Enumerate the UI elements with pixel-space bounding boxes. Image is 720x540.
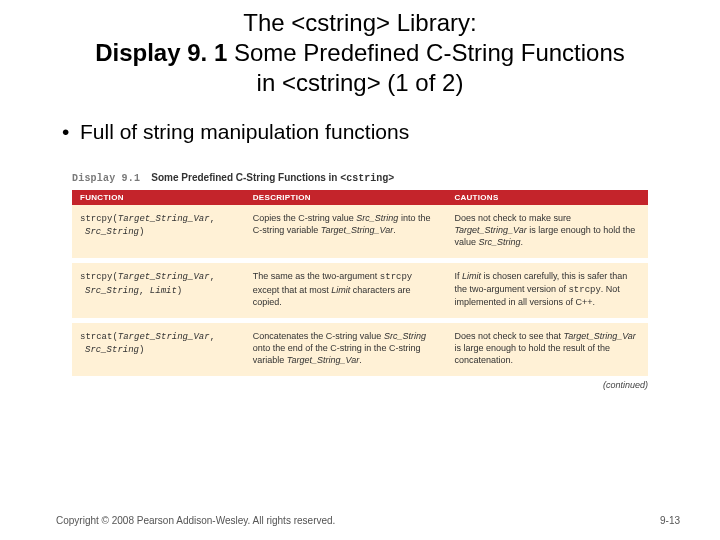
bullet-dot: • xyxy=(62,120,80,144)
func-name: strcat( xyxy=(80,332,118,342)
cell-description: Concatenates the C-string value Src_Stri… xyxy=(245,320,447,376)
desc-mono: strcpy xyxy=(380,272,412,282)
func-sep: , xyxy=(210,272,215,282)
table-header-row: FUNCTION DESCRIPTION CAUTIONS xyxy=(72,190,648,205)
func-sep: , xyxy=(139,286,150,296)
desc-text: except that at most xyxy=(253,285,332,295)
page-number: 9-13 xyxy=(660,515,680,526)
cell-cautions: If Limit is chosen carefully, this is sa… xyxy=(446,261,648,320)
cell-function: strcpy(Target_String_Var, Src_String) xyxy=(72,205,245,261)
caption-number: Display 9.1 xyxy=(72,173,140,184)
footer: Copyright © 2008 Pearson Addison-Wesley.… xyxy=(56,515,680,526)
title-display-number: Display 9. 1 xyxy=(95,39,227,66)
title-line-2-rest: Some Predefined C-String Functions xyxy=(227,39,625,66)
desc-text: The same as the two-argument xyxy=(253,271,380,281)
caut-text: . xyxy=(520,237,523,247)
bullet-list: •Full of string manipulation functions xyxy=(0,102,720,144)
title-line-1: The <cstring> Library: xyxy=(20,8,700,38)
desc-ital: Src_String xyxy=(384,331,426,341)
table-row: strcpy(Target_String_Var, Src_String, Li… xyxy=(72,261,648,320)
func-arg: Src_String xyxy=(85,227,139,237)
figure-caption: Display 9.1 Some Predefined C-String Fun… xyxy=(72,172,648,184)
func-name: strcpy( xyxy=(80,214,118,224)
table-row: strcat(Target_String_Var, Src_String) Co… xyxy=(72,320,648,376)
caut-text: Does not check to see that xyxy=(454,331,563,341)
cell-function: strcpy(Target_String_Var, Src_String, Li… xyxy=(72,261,245,320)
desc-text: . xyxy=(359,355,362,365)
caut-ital: Src_String xyxy=(478,237,520,247)
func-arg: Target_String_Var xyxy=(118,332,210,342)
desc-text: Concatenates the C-string value xyxy=(253,331,384,341)
desc-ital: Src_String xyxy=(356,213,398,223)
slide-title: The <cstring> Library: Display 9. 1 Some… xyxy=(0,0,720,102)
caut-text: Does not check to make sure xyxy=(454,213,571,223)
caut-text: is large enough to hold the result of th… xyxy=(454,343,610,365)
caut-mono: strcpy xyxy=(568,285,600,295)
func-arg: Src_String xyxy=(85,345,139,355)
cell-description: Copies the C-string value Src_String int… xyxy=(245,205,447,261)
caut-text: If xyxy=(454,271,462,281)
caut-ital: Target_String_Var xyxy=(454,225,526,235)
func-arg: Target_String_Var xyxy=(118,214,210,224)
header-cautions: CAUTIONS xyxy=(446,190,648,205)
header-description: DESCRIPTION xyxy=(245,190,447,205)
cell-function: strcat(Target_String_Var, Src_String) xyxy=(72,320,245,376)
cell-description: The same as the two-argument strcpy exce… xyxy=(245,261,447,320)
title-line-2: Display 9. 1 Some Predefined C-String Fu… xyxy=(20,38,700,68)
cell-cautions: Does not check to see that Target_String… xyxy=(446,320,648,376)
functions-table: FUNCTION DESCRIPTION CAUTIONS strcpy(Tar… xyxy=(72,190,648,376)
func-sep: , xyxy=(210,332,215,342)
caption-title: Some Predefined C-String Functions in xyxy=(151,172,340,183)
func-sep: , xyxy=(210,214,215,224)
func-close: ) xyxy=(177,286,182,296)
func-arg: Src_String xyxy=(85,286,139,296)
header-function: FUNCTION xyxy=(72,190,245,205)
desc-text: . xyxy=(393,225,396,235)
func-close: ) xyxy=(139,227,144,237)
desc-text: Copies the C-string value xyxy=(253,213,357,223)
bullet-text: Full of string manipulation functions xyxy=(80,120,409,143)
desc-ital: Target_String_Var xyxy=(287,355,359,365)
caut-ital: Limit xyxy=(462,271,481,281)
caut-ital: Target_String_Var xyxy=(563,331,635,341)
figure-block: Display 9.1 Some Predefined C-String Fun… xyxy=(72,172,648,376)
func-arg: Target_String_Var xyxy=(118,272,210,282)
cell-cautions: Does not check to make sure Target_Strin… xyxy=(446,205,648,261)
copyright-text: Copyright © 2008 Pearson Addison-Wesley.… xyxy=(56,515,335,526)
desc-ital: Limit xyxy=(331,285,350,295)
title-line-3: in <cstring> (1 of 2) xyxy=(20,68,700,98)
func-close: ) xyxy=(139,345,144,355)
table-row: strcpy(Target_String_Var, Src_String) Co… xyxy=(72,205,648,261)
desc-ital: Target_String_Var xyxy=(321,225,393,235)
func-arg: Limit xyxy=(150,286,177,296)
caption-mono: <cstring> xyxy=(340,173,394,184)
continued-label: (continued) xyxy=(0,380,648,390)
func-name: strcpy( xyxy=(80,272,118,282)
